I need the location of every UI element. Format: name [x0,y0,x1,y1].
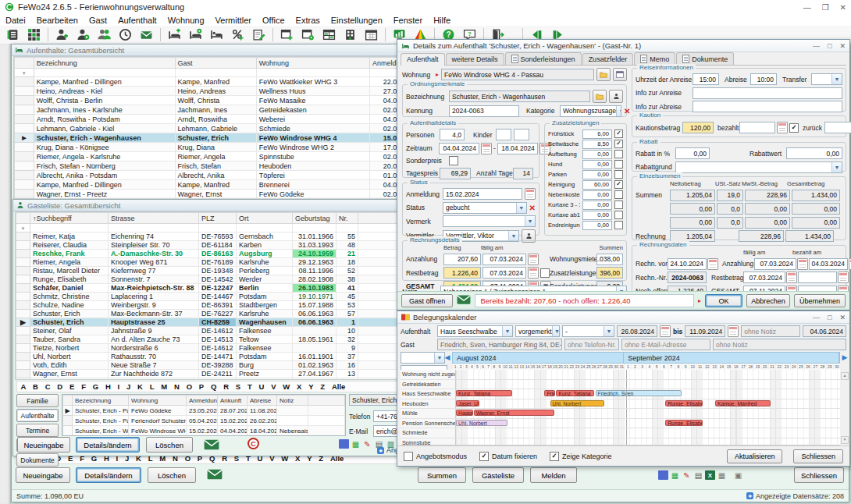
alpha-u[interactable]: U [255,382,268,391]
arrival-info-field[interactable] [693,87,842,99]
menu-item-aufenthalt[interactable]: Aufenthalt [112,16,162,25]
service-price-hund[interactable]: 0,00 [582,160,612,169]
table-row[interactable]: ▶Schuster, Erich - PassauFeWo Gödeke23.0… [63,406,345,416]
service-checkbox-reinigung[interactable] [614,180,623,189]
prev-month-icon[interactable]: ◀ [444,353,450,361]
apartment-label[interactable]: Mühle [401,409,456,418]
table-row[interactable]: Wagner, RebekkaTeckstr. 4DE-94036Passau3 [16,378,424,381]
guest-list-icon[interactable] [94,27,115,43]
date-picker-icon[interactable] [786,272,797,283]
scroll-down-icon[interactable]: ▼ [841,436,849,444]
maximize-icon[interactable]: ❐ [822,3,829,12]
table-row[interactable]: Uhl, NorbertRathausstr. 70DE-14471Potsda… [16,353,424,361]
booking-bar[interactable]: Wagner, Ernst [474,410,554,416]
minimize-icon[interactable]: — [813,42,820,50]
alpha-x[interactable]: X [294,382,305,391]
booking-bar[interactable]: Frie [544,390,555,396]
note-dropdown[interactable]: ▼ [443,215,536,227]
alpha-c[interactable]: C [41,382,54,391]
table-row[interactable]: ▶Schuster, ErichHauptstrasse 25CH-8259Wa… [16,318,424,327]
table-row[interactable]: Steiner, OlafJahnstraße 9DE-14612Falkens… [16,327,424,335]
gantt-track[interactable] [456,380,840,389]
maximize-icon[interactable]: □ [828,42,831,50]
report-button[interactable]: Melden [530,467,577,483]
alpha-l[interactable]: L [146,382,158,391]
apartment-label[interactable]: Heuboden [401,399,456,409]
delete-guest-button[interactable]: Löschen [146,437,193,453]
service-price-endreinigung[interactable]: 0,00 [582,221,612,230]
gantt-track[interactable] [456,428,840,438]
table-row[interactable]: Reimer, KatjaEichenring 74DE-76593Gernsb… [16,232,424,241]
service-price-kurtaxe-3---15[interactable]: 0,00 [582,201,612,210]
table-view-icon[interactable]: ▦ [717,470,727,480]
date-picker-icon[interactable] [838,272,849,283]
stay-edit-icon[interactable] [185,27,206,43]
service-checkbox-frühstück[interactable] [614,130,623,138]
alpha-a[interactable]: A [17,382,30,391]
service-checkbox-kurtaxe-3---15[interactable] [614,201,623,209]
menu-item-hilfe[interactable]: Hilfe [428,16,456,25]
menu-item-fenster[interactable]: Fenster [388,16,428,25]
apartment-label[interactable]: Getreidekasten [401,380,456,389]
table-row[interactable]: Schuster, Erich - PassauFeriendorf Schus… [63,416,345,426]
rest-due-date[interactable]: 07.03.2024 [743,272,785,283]
menu-item-einstellungen[interactable]: Einstellungen [326,16,388,25]
gantt-track[interactable]: Kunz, TatianaFrieKunz, TatianaFriedrich,… [456,389,840,399]
service-price-parken[interactable]: 0,00 [582,170,612,179]
apartment-label[interactable]: Haus Seeschwalbe [401,389,456,399]
gantt-track[interactable]: Haase, IWagner, Ernst [456,409,840,418]
details-edit-button[interactable]: Details/ändern [76,467,141,483]
service-checkbox-endreinigung[interactable] [614,221,623,229]
designation-field[interactable]: Schuster, Erich - Wagenhausen [449,91,590,102]
alpha-g[interactable]: G [89,382,101,391]
arrival-time-field[interactable]: 15:00 [693,73,719,85]
close-window-button[interactable]: Schliessen [794,467,844,483]
service-price-nebenkosten[interactable]: 0,00 [582,190,612,200]
guest-add-icon[interactable] [52,27,73,43]
folder-icon[interactable] [593,90,607,103]
deposit-amount-field[interactable]: 120,00 [682,122,714,133]
table-row[interactable]: Wagner, ErnstZur Nachtheide 872DE-24211P… [16,370,424,378]
alpha-n[interactable]: N [171,382,183,391]
cancel-button[interactable]: Abbrechen [746,294,790,307]
guestlist-button[interactable]: Gästeliste [472,467,524,483]
alpha-r[interactable]: R [220,382,233,391]
alpha-e[interactable]: E [66,382,78,391]
table-row[interactable]: Tauber, SandraAn d. Alten Zauche 73DE-14… [16,335,424,344]
side-tab-familie[interactable]: Familie [16,394,59,407]
rest-amount-field[interactable]: 1.226,40 [443,267,481,279]
menu-item-vermittler[interactable]: Vermittler [210,16,257,25]
table-row[interactable]: Voth, EdithNeue Straße 7DE-39288Burg01.0… [16,361,424,370]
delete-button[interactable]: Löschen [148,467,196,483]
booking-add-icon[interactable] [276,27,297,43]
table-row[interactable]: Tietze, NorbertNorderstraße 6DE-14612Fal… [16,344,424,353]
identifier-field[interactable]: 2024-0063 [449,105,519,117]
tab-memo[interactable]: Memo [634,52,675,65]
tab-zusatzfelder[interactable]: Zusatzfelder [582,53,634,65]
booking-bar[interactable]: Friedrich, Sven [596,390,682,396]
alpha-w[interactable]: W [280,382,294,391]
alpha-d[interactable]: D [54,382,66,391]
service-price-kurtaxe-ab15[interactable]: 0,00 [582,211,612,220]
side-tab-dokumente[interactable]: Dokumente [16,453,59,467]
menu-item-wohnung[interactable]: Wohnung [162,16,210,25]
history-clock-icon[interactable] [115,27,136,43]
ok-button[interactable]: OK [705,294,742,307]
new-entry-button[interactable]: Neueingabe [16,467,70,483]
next-month-icon[interactable]: ▶ [842,353,848,361]
tab-sonderleistungen[interactable]: Sonderleistungen [505,52,582,65]
date-picker-icon[interactable] [728,325,739,337]
alpha-v[interactable]: V [268,382,280,391]
date-picker-icon[interactable] [525,188,536,200]
service-checkbox-kurtaxe-ab15[interactable] [614,211,623,219]
deposit-paid-date-field[interactable] [739,122,775,133]
booking-bar[interactable]: Uhl, Norbert [456,420,507,426]
alpha-y[interactable]: Y [305,382,317,391]
apartment-label[interactable]: Pension Sonnenschein [401,419,456,428]
mail-guest-icon[interactable] [457,294,471,308]
house-overview-icon[interactable] [340,27,361,43]
table-row[interactable]: Ristau, Marcell DieterKiefernweg 77DE-19… [16,267,424,275]
apartment-select[interactable]: Haus Seeschwalbe▼ [437,325,513,337]
filter-select[interactable]: ▼ [401,352,445,364]
rest-paid-checkbox[interactable] [540,268,550,278]
